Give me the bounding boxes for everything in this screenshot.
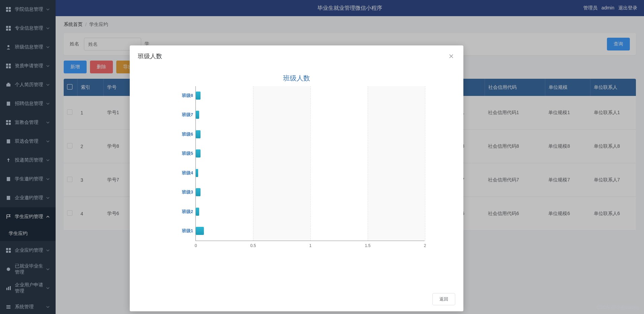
- chart-bar-row: 班级2: [196, 202, 199, 221]
- chart-bar-row: 班级3: [196, 183, 201, 202]
- dialog-title: 班级人数: [138, 52, 162, 60]
- dialog-header: 班级人数: [130, 45, 463, 64]
- dialog-footer: 返回: [130, 289, 463, 311]
- chart-bar-row: 班级8: [196, 86, 201, 105]
- x-axis-tick: 2: [424, 243, 426, 248]
- y-axis-label: 班级5: [182, 150, 193, 156]
- chart: 00.511.52班级1班级2班级3班级4班级5班级6班级7班级8: [168, 86, 425, 254]
- chart-bar-row: 班级1: [196, 221, 204, 241]
- x-axis-tick: 0: [195, 243, 197, 248]
- chart-bar-row: 班级6: [196, 125, 201, 144]
- chart-bar-row: 班级5: [196, 144, 201, 164]
- watermark: CSDN @小蔡coding: [596, 305, 639, 311]
- chart-bar: [196, 169, 198, 177]
- x-axis-tick: 1: [309, 243, 312, 248]
- close-icon[interactable]: [447, 52, 455, 60]
- chart-bar: [196, 208, 199, 216]
- y-axis-label: 班级7: [182, 112, 193, 118]
- x-axis-tick: 0.5: [250, 243, 256, 248]
- y-axis-label: 班级8: [182, 93, 193, 99]
- chart-bar-row: 班级4: [196, 163, 198, 183]
- chart-bar: [196, 111, 199, 119]
- chart-bar: [196, 188, 201, 196]
- chart-bar: [196, 149, 201, 158]
- y-axis-label: 班级1: [182, 228, 193, 234]
- chart-bar: [196, 92, 201, 100]
- y-axis-label: 班级2: [182, 209, 193, 215]
- back-button[interactable]: 返回: [432, 293, 455, 305]
- chart-title: 班级人数: [138, 74, 455, 83]
- class-count-dialog: 班级人数 班级人数 00.511.52班级1班级2班级3班级4班级5班级6班级7…: [130, 45, 463, 311]
- x-axis-tick: 1.5: [365, 243, 371, 248]
- chart-bar: [196, 227, 204, 235]
- chart-bar: [196, 130, 201, 138]
- y-axis-label: 班级6: [182, 131, 193, 137]
- y-axis-label: 班级3: [182, 189, 193, 195]
- y-axis-label: 班级4: [182, 170, 193, 176]
- chart-bar-row: 班级7: [196, 105, 199, 125]
